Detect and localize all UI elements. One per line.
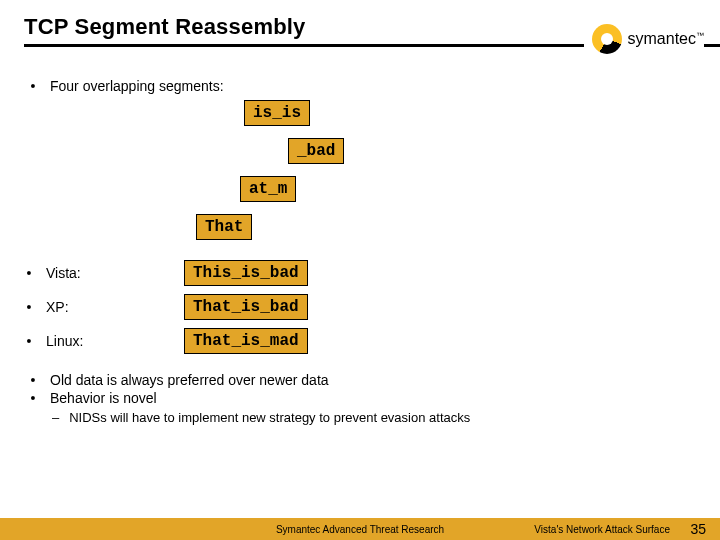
result-row-xp: • XP: That_is_bad bbox=[24, 290, 696, 324]
intro-text: Four overlapping segments: bbox=[50, 78, 224, 94]
bottom-bar: Symantec Advanced Threat Research Vista'… bbox=[0, 518, 720, 540]
spacer bbox=[24, 246, 696, 256]
intro-bullet: • Four overlapping segments: bbox=[28, 78, 696, 94]
page-number: 35 bbox=[690, 521, 706, 537]
segment-box-0: is_is bbox=[244, 100, 310, 126]
header: TCP Segment Reassembly symantec™ bbox=[24, 14, 720, 62]
footer-text: Old data is always preferred over newer … bbox=[50, 372, 329, 388]
bullet-icon: • bbox=[28, 78, 38, 94]
result-label: • XP: bbox=[24, 299, 184, 315]
bullet-icon: • bbox=[28, 372, 38, 388]
footer-bullet: • Behavior is novel bbox=[28, 390, 696, 406]
brand-logo: symantec™ bbox=[584, 24, 704, 54]
footer-right: Vista's Network Attack Surface bbox=[534, 524, 670, 535]
segment-row: _bad bbox=[24, 138, 696, 170]
result-label: • Vista: bbox=[24, 265, 184, 281]
brand-text: symantec bbox=[628, 30, 696, 47]
result-row-linux: • Linux: That_is_mad bbox=[24, 324, 696, 358]
dash-icon: – bbox=[52, 410, 59, 425]
footer-sub-bullet: – NIDSs will have to implement new strat… bbox=[52, 410, 696, 425]
bullet-icon: • bbox=[28, 390, 38, 406]
segment-box-1: _bad bbox=[288, 138, 344, 164]
bullet-icon: • bbox=[24, 333, 34, 349]
segment-box-2: at_m bbox=[240, 176, 296, 202]
bullet-icon: • bbox=[24, 265, 34, 281]
footer-bullet: • Old data is always preferred over newe… bbox=[28, 372, 696, 388]
result-row-vista: • Vista: This_is_bad bbox=[24, 256, 696, 290]
sub-text: NIDSs will have to implement new strateg… bbox=[69, 410, 470, 425]
symantec-ring-icon bbox=[592, 24, 622, 54]
slide: TCP Segment Reassembly symantec™ • Four … bbox=[0, 0, 720, 540]
result-value-box: That_is_mad bbox=[184, 328, 308, 354]
result-label: • Linux: bbox=[24, 333, 184, 349]
bullet-icon: • bbox=[24, 299, 34, 315]
brand-name: symantec™ bbox=[628, 30, 704, 48]
os-name: Linux: bbox=[46, 333, 83, 349]
os-name: Vista: bbox=[46, 265, 81, 281]
footer-center: Symantec Advanced Threat Research bbox=[276, 524, 444, 535]
footer-bullets: • Old data is always preferred over newe… bbox=[24, 372, 696, 425]
slide-body: • Four overlapping segments: is_is _bad … bbox=[24, 78, 696, 425]
footer-text: Behavior is novel bbox=[50, 390, 157, 406]
trademark-icon: ™ bbox=[696, 31, 704, 40]
os-name: XP: bbox=[46, 299, 69, 315]
segment-row: at_m bbox=[24, 176, 696, 208]
segment-row: That bbox=[24, 214, 696, 246]
result-value-box: This_is_bad bbox=[184, 260, 308, 286]
segment-box-3: That bbox=[196, 214, 252, 240]
segment-row: is_is bbox=[24, 100, 696, 132]
result-value-box: That_is_bad bbox=[184, 294, 308, 320]
